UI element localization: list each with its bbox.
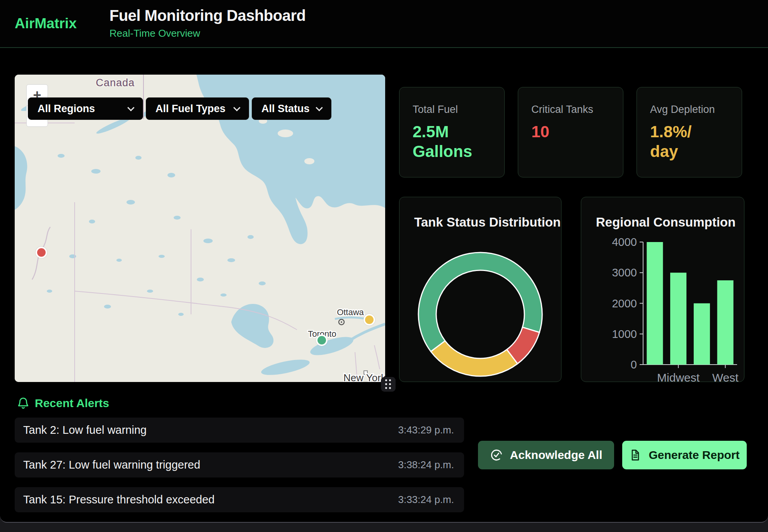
generate-report-button[interactable]: Generate Report	[622, 441, 747, 469]
tank-marker-warning[interactable]	[364, 314, 375, 326]
acknowledge-all-label: Acknowledge All	[510, 448, 602, 462]
fuel-map[interactable]: Canada Ottawa Toronto New York	[15, 75, 385, 382]
status-filter-value: All Status	[261, 103, 310, 115]
check-circle-icon	[490, 448, 503, 462]
chevron-down-icon	[127, 104, 134, 111]
map-label-ottawa: Ottawa	[337, 307, 364, 317]
tank-marker-normal[interactable]	[316, 334, 328, 346]
stat-value: 10	[531, 122, 623, 142]
header: AirMatrix Fuel Monitoring Dashboard Real…	[0, 0, 768, 48]
stat-label: Critical Tanks	[531, 104, 623, 116]
bar-chart: 01000200030004000MidwestWest	[581, 197, 745, 382]
report-file-icon	[629, 449, 642, 461]
status-filter-dropdown[interactable]: All Status	[252, 97, 331, 120]
map-filter-bar: All Regions All Fuel Types All Status	[28, 97, 331, 120]
alert-message: Tank 15: Pressure threshold exceeded	[23, 493, 398, 506]
svg-text:West: West	[712, 371, 739, 382]
alert-timestamp: 3:33:24 p.m.	[398, 494, 454, 506]
map-label-country: Canada	[96, 77, 135, 89]
chevron-down-icon	[316, 104, 323, 111]
donut-chart	[399, 197, 562, 382]
alerts-heading-label: Recent Alerts	[35, 397, 109, 410]
svg-text:0: 0	[631, 358, 637, 371]
map-canvas: Canada Ottawa Toronto New York	[15, 75, 385, 382]
map-island	[304, 158, 314, 164]
stat-card: Avg Depletion 1.8%/ day	[637, 87, 742, 177]
svg-text:3000: 3000	[612, 266, 637, 279]
alert-message: Tank 2: Low fuel warning	[23, 424, 398, 437]
chevron-down-icon	[233, 104, 240, 111]
dashboard-root: AirMatrix Fuel Monitoring Dashboard Real…	[0, 0, 768, 523]
map-island	[278, 130, 293, 137]
main-nav	[630, 0, 746, 48]
region-filter-value: All Regions	[38, 103, 95, 115]
alert-row[interactable]: Tank 15: Pressure threshold exceeded 3:3…	[15, 487, 464, 512]
title-block: Fuel Monitoring Dashboard Real-Time Over…	[109, 7, 305, 39]
fuel-type-filter-dropdown[interactable]: All Fuel Types	[146, 97, 249, 120]
tank-marker-critical[interactable]	[36, 247, 47, 258]
stat-card: Critical Tanks 10	[518, 87, 623, 177]
alert-list: Tank 2: Low fuel warning 3:43:29 p.m. Ta…	[15, 418, 464, 512]
tank-status-card: Tank Status Distribution	[399, 197, 561, 382]
svg-text:4000: 4000	[612, 236, 637, 248]
brand-logo[interactable]: AirMatrix	[15, 15, 77, 32]
stat-cards: Total Fuel 2.5M Gallons Critical Tanks 1…	[399, 87, 742, 177]
fuel-type-filter-value: All Fuel Types	[155, 103, 225, 115]
alert-timestamp: 3:43:29 p.m.	[398, 424, 454, 436]
svg-text:1000: 1000	[612, 328, 637, 340]
page-title: Fuel Monitoring Dashboard	[109, 7, 305, 24]
svg-text:Midwest: Midwest	[657, 371, 700, 382]
resize-handle[interactable]	[381, 377, 396, 392]
regional-consumption-card: Regional Consumption 01000200030004000Mi…	[581, 197, 744, 382]
stat-card: Total Fuel 2.5M Gallons	[399, 87, 505, 177]
alert-row[interactable]: Tank 27: Low fuel warning triggered 3:38…	[15, 452, 464, 477]
page-subtitle: Real-Time Overview	[109, 27, 305, 39]
region-filter-dropdown[interactable]: All Regions	[28, 97, 143, 120]
alert-timestamp: 3:38:24 p.m.	[398, 459, 454, 471]
bell-icon	[17, 397, 29, 410]
generate-report-label: Generate Report	[649, 448, 739, 462]
stat-label: Avg Depletion	[650, 104, 742, 116]
alert-message: Tank 27: Low fuel warning triggered	[23, 459, 398, 471]
map-label-new-york: New York	[343, 372, 385, 382]
stat-value: 1.8%/ day	[650, 122, 742, 161]
stat-label: Total Fuel	[413, 104, 504, 116]
svg-text:2000: 2000	[612, 297, 637, 310]
alert-row[interactable]: Tank 2: Low fuel warning 3:43:29 p.m.	[15, 418, 464, 443]
acknowledge-all-button[interactable]: Acknowledge All	[478, 441, 614, 469]
stat-value: 2.5M Gallons	[413, 122, 504, 161]
alerts-heading: Recent Alerts	[17, 397, 109, 410]
